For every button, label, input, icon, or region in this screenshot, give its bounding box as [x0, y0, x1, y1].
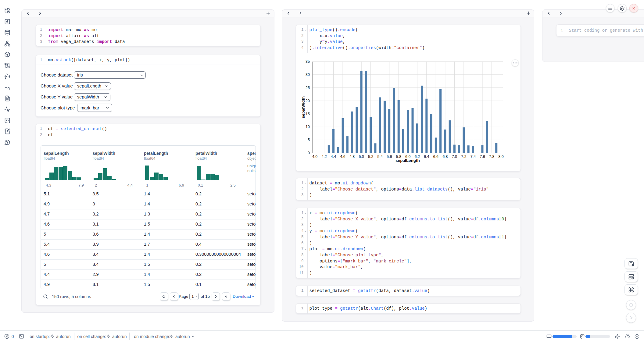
- svg-text:25: 25: [306, 86, 310, 90]
- svg-text:0: 0: [308, 151, 310, 155]
- svg-text:4.6: 4.6: [340, 155, 345, 159]
- svg-text:7.8: 7.8: [489, 155, 494, 159]
- svg-text:30: 30: [306, 73, 310, 77]
- svg-text:6.4: 6.4: [424, 155, 429, 159]
- svg-text:5.6: 5.6: [387, 155, 392, 159]
- svg-text:5.0: 5.0: [359, 155, 364, 159]
- svg-text:4.0: 4.0: [312, 155, 317, 159]
- svg-text:35: 35: [306, 59, 310, 64]
- svg-text:4.8: 4.8: [349, 155, 355, 159]
- svg-text:6.6: 6.6: [433, 155, 438, 159]
- svg-text:5: 5: [308, 138, 310, 142]
- svg-text:4.2: 4.2: [321, 155, 327, 159]
- svg-text:sepalLength: sepalLength: [395, 158, 420, 163]
- svg-text:5.2: 5.2: [368, 155, 373, 159]
- svg-text:4.4: 4.4: [331, 155, 336, 159]
- svg-text:7.0: 7.0: [452, 155, 457, 159]
- svg-text:5.4: 5.4: [377, 155, 382, 159]
- svg-text:6.8: 6.8: [442, 155, 448, 159]
- svg-text:7.2: 7.2: [461, 155, 466, 159]
- svg-text:sepalWidth: sepalWidth: [301, 96, 306, 118]
- svg-text:7.6: 7.6: [480, 155, 485, 159]
- svg-text:7.4: 7.4: [470, 155, 476, 159]
- svg-text:10: 10: [306, 125, 310, 129]
- svg-text:15: 15: [306, 112, 310, 116]
- svg-text:20: 20: [306, 99, 310, 103]
- svg-text:8.0: 8.0: [498, 155, 503, 159]
